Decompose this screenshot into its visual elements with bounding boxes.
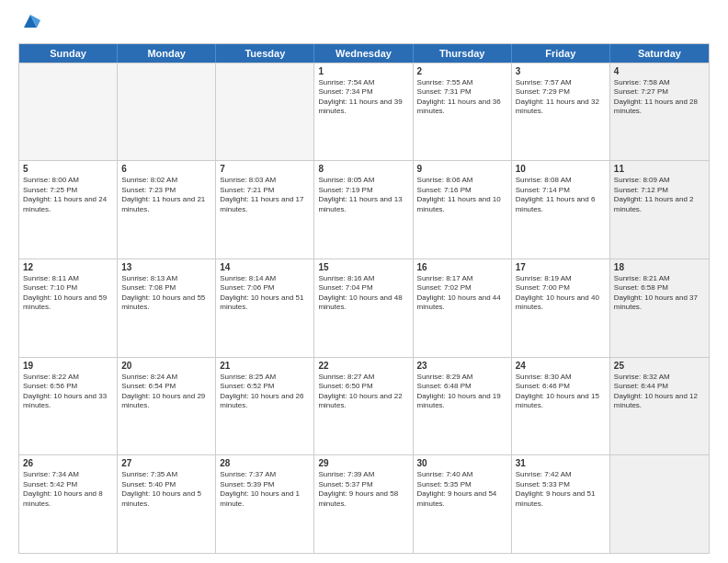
daylight-text: Daylight: 11 hours and 2 minutes. — [614, 195, 705, 214]
day-number: 16 — [417, 262, 507, 272]
calendar-row-1: 1Sunrise: 7:54 AMSunset: 7:34 PMDaylight… — [19, 63, 709, 161]
daylight-text: Daylight: 10 hours and 48 minutes. — [318, 293, 408, 313]
daylight-text: Daylight: 10 hours and 44 minutes. — [417, 293, 507, 313]
logo — [18, 15, 40, 36]
day-number: 6 — [121, 164, 211, 174]
calendar-cell: 31Sunrise: 7:42 AMSunset: 5:33 PMDayligh… — [512, 455, 610, 553]
sunset-text: Sunset: 7:02 PM — [417, 283, 507, 293]
sunrise-text: Sunrise: 8:00 AM — [23, 176, 113, 185]
daylight-text: Daylight: 10 hours and 29 minutes. — [121, 392, 211, 411]
sunset-text: Sunset: 6:48 PM — [417, 382, 507, 391]
sunset-text: Sunset: 7:06 PM — [220, 283, 310, 293]
sunset-text: Sunset: 7:08 PM — [121, 283, 211, 293]
sunrise-text: Sunrise: 8:21 AM — [614, 274, 705, 283]
day-number: 17 — [516, 262, 606, 272]
calendar-cell: 20Sunrise: 8:24 AMSunset: 6:54 PMDayligh… — [118, 358, 216, 455]
sunrise-text: Sunrise: 8:03 AM — [220, 176, 310, 185]
calendar-cell: 25Sunrise: 8:32 AMSunset: 6:44 PMDayligh… — [610, 358, 709, 455]
daylight-text: Daylight: 9 hours and 54 minutes. — [417, 489, 507, 509]
sunrise-text: Sunrise: 7:34 AM — [23, 470, 113, 479]
sunset-text: Sunset: 7:16 PM — [417, 186, 507, 195]
sunrise-text: Sunrise: 8:19 AM — [516, 274, 606, 283]
daylight-text: Daylight: 10 hours and 33 minutes. — [23, 392, 113, 411]
day-number: 14 — [220, 262, 310, 272]
calendar-cell: 11Sunrise: 8:09 AMSunset: 7:12 PMDayligh… — [610, 161, 709, 259]
sunrise-text: Sunrise: 8:06 AM — [417, 176, 507, 185]
sunrise-text: Sunrise: 7:40 AM — [417, 470, 507, 479]
sunrise-text: Sunrise: 8:16 AM — [318, 274, 408, 283]
day-number: 9 — [417, 164, 507, 174]
daylight-text: Daylight: 10 hours and 12 minutes. — [614, 392, 705, 411]
daylight-text: Daylight: 10 hours and 22 minutes. — [318, 392, 408, 411]
header — [18, 15, 710, 36]
sunset-text: Sunset: 5:33 PM — [516, 480, 606, 489]
sunset-text: Sunset: 7:27 PM — [614, 87, 705, 97]
sunset-text: Sunset: 6:46 PM — [516, 382, 606, 391]
calendar-body: 1Sunrise: 7:54 AMSunset: 7:34 PMDaylight… — [19, 63, 709, 553]
daylight-text: Daylight: 10 hours and 55 minutes. — [121, 293, 211, 313]
sunrise-text: Sunrise: 8:29 AM — [417, 373, 507, 382]
day-number: 27 — [121, 458, 211, 468]
calendar-cell: 13Sunrise: 8:13 AMSunset: 7:08 PMDayligh… — [118, 259, 216, 357]
sunset-text: Sunset: 5:39 PM — [220, 480, 310, 489]
day-number: 31 — [516, 458, 606, 468]
calendar-cell: 9Sunrise: 8:06 AMSunset: 7:16 PMDaylight… — [414, 161, 512, 259]
sunrise-text: Sunrise: 8:22 AM — [23, 373, 113, 382]
sunrise-text: Sunrise: 8:09 AM — [614, 176, 705, 185]
day-number: 29 — [318, 458, 408, 468]
day-number: 30 — [417, 458, 507, 468]
sunrise-text: Sunrise: 8:11 AM — [23, 274, 113, 283]
sunset-text: Sunset: 5:42 PM — [23, 480, 113, 489]
calendar: SundayMondayTuesdayWednesdayThursdayFrid… — [18, 43, 710, 554]
calendar-cell: 14Sunrise: 8:14 AMSunset: 7:06 PMDayligh… — [216, 259, 314, 357]
calendar-cell: 4Sunrise: 7:58 AMSunset: 7:27 PMDaylight… — [610, 63, 709, 161]
daylight-text: Daylight: 10 hours and 1 minute. — [220, 489, 310, 509]
sunrise-text: Sunrise: 7:58 AM — [614, 78, 705, 87]
calendar-cell — [216, 63, 314, 161]
calendar-cell: 24Sunrise: 8:30 AMSunset: 6:46 PMDayligh… — [512, 358, 610, 455]
daylight-text: Daylight: 10 hours and 40 minutes. — [516, 293, 606, 313]
calendar-header-tuesday: Tuesday — [216, 44, 314, 63]
sunrise-text: Sunrise: 8:27 AM — [318, 373, 408, 382]
daylight-text: Daylight: 9 hours and 51 minutes. — [516, 489, 606, 509]
daylight-text: Daylight: 10 hours and 26 minutes. — [220, 392, 310, 411]
calendar-cell: 27Sunrise: 7:35 AMSunset: 5:40 PMDayligh… — [118, 455, 216, 553]
calendar-cell: 1Sunrise: 7:54 AMSunset: 7:34 PMDaylight… — [314, 63, 413, 161]
calendar-cell: 22Sunrise: 8:27 AMSunset: 6:50 PMDayligh… — [314, 358, 413, 455]
sunset-text: Sunset: 7:14 PM — [516, 186, 606, 195]
daylight-text: Daylight: 11 hours and 6 minutes. — [516, 195, 606, 214]
calendar-cell: 5Sunrise: 8:00 AMSunset: 7:25 PMDaylight… — [19, 161, 118, 259]
sunset-text: Sunset: 7:23 PM — [121, 186, 211, 195]
day-number: 23 — [417, 361, 507, 371]
day-number: 2 — [417, 66, 507, 76]
sunset-text: Sunset: 6:58 PM — [614, 283, 705, 293]
sunrise-text: Sunrise: 8:25 AM — [220, 373, 310, 382]
calendar-row-3: 12Sunrise: 8:11 AMSunset: 7:10 PMDayligh… — [19, 259, 709, 357]
daylight-text: Daylight: 11 hours and 32 minutes. — [516, 98, 606, 117]
sunset-text: Sunset: 6:52 PM — [220, 382, 310, 391]
logo-icon — [20, 11, 40, 31]
calendar-header-friday: Friday — [512, 44, 610, 63]
sunrise-text: Sunrise: 8:14 AM — [220, 274, 310, 283]
sunset-text: Sunset: 6:50 PM — [318, 382, 408, 391]
sunset-text: Sunset: 5:40 PM — [121, 480, 211, 489]
sunset-text: Sunset: 7:00 PM — [516, 283, 606, 293]
sunrise-text: Sunrise: 7:54 AM — [318, 78, 408, 87]
sunrise-text: Sunrise: 7:42 AM — [516, 470, 606, 479]
calendar-cell: 8Sunrise: 8:05 AMSunset: 7:19 PMDaylight… — [314, 161, 413, 259]
calendar-cell: 12Sunrise: 8:11 AMSunset: 7:10 PMDayligh… — [19, 259, 118, 357]
daylight-text: Daylight: 11 hours and 13 minutes. — [318, 195, 408, 214]
calendar-cell: 18Sunrise: 8:21 AMSunset: 6:58 PMDayligh… — [610, 259, 709, 357]
day-number: 7 — [220, 164, 310, 174]
day-number: 3 — [516, 66, 606, 76]
daylight-text: Daylight: 11 hours and 24 minutes. — [23, 195, 113, 214]
sunrise-text: Sunrise: 8:05 AM — [318, 176, 408, 185]
daylight-text: Daylight: 10 hours and 8 minutes. — [23, 489, 113, 509]
sunset-text: Sunset: 7:31 PM — [417, 87, 507, 97]
calendar-cell: 26Sunrise: 7:34 AMSunset: 5:42 PMDayligh… — [19, 455, 118, 553]
calendar-cell — [19, 63, 118, 161]
daylight-text: Daylight: 11 hours and 10 minutes. — [417, 195, 507, 214]
daylight-text: Daylight: 11 hours and 21 minutes. — [121, 195, 211, 214]
sunrise-text: Sunrise: 8:24 AM — [121, 373, 211, 382]
calendar-header-monday: Monday — [118, 44, 216, 63]
